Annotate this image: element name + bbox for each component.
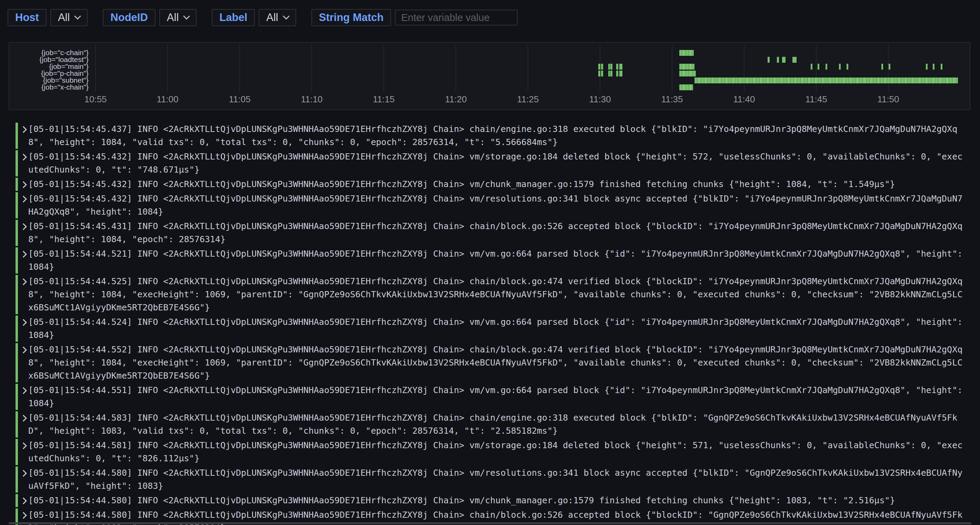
expand-chevron-icon[interactable] xyxy=(20,196,27,203)
variable-label-label[interactable]: Label xyxy=(212,9,255,26)
log-volume-mark-2-13 xyxy=(889,64,890,70)
timeline-plot[interactable]: 10:5511:0011:0511:1011:1511:2011:2511:30… xyxy=(83,43,966,108)
log-volume-mark-1-3 xyxy=(792,57,797,63)
log-row[interactable]: [05-01|15:54:44.580] INFO <2AcRkXTLLtQjv… xyxy=(16,494,971,507)
log-row[interactable]: [05-01|15:54:44.524] INFO <2AcRkXTLLtQjv… xyxy=(16,316,971,342)
expand-chevron-icon[interactable] xyxy=(20,251,27,258)
variable-label-value-dropdown[interactable]: All xyxy=(259,9,296,26)
variable-host-value: All xyxy=(58,11,70,24)
log-row[interactable]: [05-01|15:54:45.432] INFO <2AcRkXTLLtQjv… xyxy=(16,178,971,191)
expand-chevron-icon[interactable] xyxy=(20,347,27,354)
expand-chevron-icon[interactable] xyxy=(20,223,27,230)
log-volume-mark-3-1 xyxy=(601,71,603,76)
variable-label-value: All xyxy=(266,11,278,24)
chevron-down-icon xyxy=(74,13,81,20)
x-tick-label-5: 11:20 xyxy=(445,94,466,105)
expand-chevron-icon[interactable] xyxy=(20,470,27,477)
chevron-down-icon xyxy=(183,13,190,20)
expand-chevron-icon[interactable] xyxy=(20,278,27,285)
log-row[interactable]: [05-01|15:54:44.521] INFO <2AcRkXTLLtQjv… xyxy=(16,247,971,273)
x-tick-label-3: 11:10 xyxy=(301,94,322,105)
log-volume-mark-4-0 xyxy=(694,78,958,83)
log-line-text: [05-01|15:54:44.580] INFO <2AcRkXTLLtQjv… xyxy=(28,494,966,507)
log-row[interactable]: [05-01|15:54:45.431] INFO <2AcRkXTLLtQjv… xyxy=(16,220,971,246)
x-tick-label-0: 10:55 xyxy=(84,94,107,105)
log-volume-mark-1-1 xyxy=(777,57,779,63)
x-gridline-3 xyxy=(311,45,312,92)
log-volume-mark-2-14 xyxy=(926,64,928,70)
x-tick-label-6: 11:25 xyxy=(517,94,539,105)
variable-group-host: Host All xyxy=(8,9,88,26)
expand-chevron-icon[interactable] xyxy=(20,498,27,504)
log-line-text: [05-01|15:54:44.524] INFO <2AcRkXTLLtQjv… xyxy=(28,316,966,342)
series-label-1: {job="loadtest"} xyxy=(9,56,89,63)
series-labels: {job="c-chain"}{job="loadtest"}{job="mai… xyxy=(9,49,89,90)
expand-chevron-icon[interactable] xyxy=(20,126,27,133)
log-row[interactable]: [05-01|15:54:44.580] INFO <2AcRkXTLLtQjv… xyxy=(16,466,971,493)
x-tick-label-4: 11:15 xyxy=(373,94,395,105)
x-tick-label-11: 11:50 xyxy=(877,94,899,105)
log-row[interactable]: [05-01|15:54:44.551] INFO <2AcRkXTLLtQjv… xyxy=(16,384,971,410)
chevron-down-icon xyxy=(283,13,290,20)
log-line-text: [05-01|15:54:45.437] INFO <2AcRkXTLLtQjv… xyxy=(28,123,966,149)
log-volume-mark-2-15 xyxy=(933,64,934,70)
variable-nodeid-label-text: NodeID xyxy=(110,11,148,24)
series-label-0: {job="c-chain"} xyxy=(9,49,89,56)
log-line-text: [05-01|15:54:44.581] INFO <2AcRkXTLLtQjv… xyxy=(28,439,966,465)
log-volume-mark-3-2 xyxy=(608,71,610,76)
x-tick-label-2: 11:05 xyxy=(229,94,251,105)
x-gridline-8 xyxy=(672,45,672,92)
string-match-label-text: String Match xyxy=(319,11,384,24)
variable-host-label[interactable]: Host xyxy=(8,9,46,26)
log-row[interactable]: [05-01|15:54:45.432] INFO <2AcRkXTLLtQjv… xyxy=(16,150,971,176)
expand-chevron-icon[interactable] xyxy=(20,387,27,394)
log-line-text: [05-01|15:54:44.551] INFO <2AcRkXTLLtQjv… xyxy=(28,384,966,410)
log-volume-mark-2-11 xyxy=(846,64,848,70)
expand-chevron-icon[interactable] xyxy=(20,443,27,449)
expand-chevron-icon[interactable] xyxy=(20,319,27,326)
horizontal-scrollbar[interactable] xyxy=(9,522,971,524)
log-row[interactable]: [05-01|15:54:45.432] INFO <2AcRkXTLLtQjv… xyxy=(16,192,971,219)
log-volume-mark-3-6 xyxy=(679,71,696,76)
log-row[interactable]: [05-01|15:54:44.525] INFO <2AcRkXTLLtQjv… xyxy=(16,275,971,314)
log-volume-mark-1-2 xyxy=(782,57,786,63)
expand-chevron-icon[interactable] xyxy=(20,415,27,422)
log-line-text: [05-01|15:54:45.432] INFO <2AcRkXTLLtQjv… xyxy=(28,178,966,191)
series-label-3: {job="p-chain"} xyxy=(9,70,89,77)
variable-group-label: Label All xyxy=(212,9,296,26)
x-tick-label-9: 11:40 xyxy=(733,94,755,105)
log-volume-mark-2-10 xyxy=(839,64,841,70)
log-volume-mark-2-8 xyxy=(818,64,819,70)
log-line-text: [05-01|15:54:45.432] INFO <2AcRkXTLLtQjv… xyxy=(28,192,966,219)
series-label-5: {job="x-chain"} xyxy=(9,84,89,90)
log-line-text: [05-01|15:54:44.525] INFO <2AcRkXTLLtQjv… xyxy=(28,275,966,314)
x-gridline-6 xyxy=(528,45,528,92)
string-match-label[interactable]: String Match xyxy=(311,9,391,26)
string-match-input[interactable] xyxy=(395,10,518,25)
log-row[interactable]: [05-01|15:54:44.583] INFO <2AcRkXTLLtQjv… xyxy=(16,411,971,438)
log-line-text: [05-01|15:54:45.431] INFO <2AcRkXTLLtQjv… xyxy=(28,220,966,246)
expand-chevron-icon[interactable] xyxy=(20,512,27,519)
log-row[interactable]: [05-01|15:54:44.581] INFO <2AcRkXTLLtQjv… xyxy=(16,439,971,465)
series-label-2: {job="main"} xyxy=(9,63,89,70)
variables-toolbar: Host All NodeID All Label All String Mat… xyxy=(8,9,518,26)
variable-nodeid-value-dropdown[interactable]: All xyxy=(159,9,197,26)
log-line-text: [05-01|15:54:44.580] INFO <2AcRkXTLLtQjv… xyxy=(28,466,966,493)
log-row[interactable]: [05-01|15:54:45.437] INFO <2AcRkXTLLtQjv… xyxy=(16,123,971,149)
log-volume-mark-1-0 xyxy=(768,57,770,63)
log-volume-mark-2-1 xyxy=(601,64,603,70)
log-volume-mark-2-7 xyxy=(811,64,812,70)
log-volume-mark-2-2 xyxy=(608,64,610,70)
expand-chevron-icon[interactable] xyxy=(20,154,27,160)
expand-chevron-icon[interactable] xyxy=(20,181,27,188)
log-volume-mark-3-5 xyxy=(619,71,622,76)
variable-nodeid-label[interactable]: NodeID xyxy=(103,9,156,26)
log-line-text: [05-01|15:54:45.432] INFO <2AcRkXTLLtQjv… xyxy=(28,150,966,176)
log-row[interactable]: [05-01|15:54:44.552] INFO <2AcRkXTLLtQjv… xyxy=(16,343,971,382)
log-volume-mark-2-5 xyxy=(619,64,622,70)
x-gridline-4 xyxy=(383,45,384,92)
log-volume-panel: {job="c-chain"}{job="loadtest"}{job="mai… xyxy=(9,42,970,110)
log-volume-mark-2-9 xyxy=(826,64,827,70)
variable-host-value-dropdown[interactable]: All xyxy=(50,9,88,26)
log-volume-mark-5-0 xyxy=(679,84,693,90)
